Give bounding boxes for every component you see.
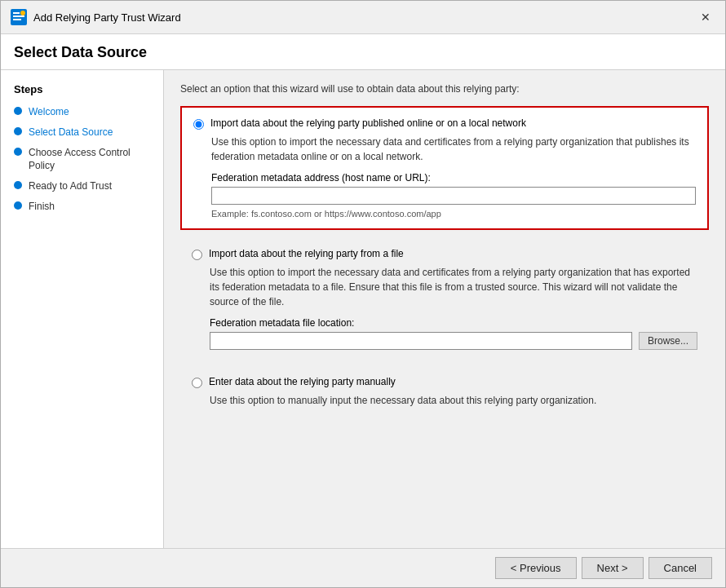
svg-point-3 xyxy=(20,11,25,15)
sidebar-label-choose-access-control: Choose Access Control Policy xyxy=(29,146,150,174)
dot-welcome xyxy=(14,107,22,115)
browse-button[interactable]: Browse... xyxy=(639,332,697,350)
option1-description: Use this option to import the necessary … xyxy=(211,135,696,164)
sidebar-label-finish: Finish xyxy=(29,200,55,214)
adfs-icon xyxy=(11,9,27,25)
svg-rect-1 xyxy=(13,15,24,17)
option3-radio[interactable] xyxy=(192,378,202,388)
option3-box: Enter data about the relying party manua… xyxy=(180,368,709,424)
close-button[interactable]: ✕ xyxy=(696,7,715,27)
previous-button[interactable]: < Previous xyxy=(495,557,577,579)
dialog: Add Relying Party Trust Wizard ✕ Select … xyxy=(0,0,726,588)
svg-rect-2 xyxy=(13,19,21,20)
option2-description: Use this option to import the necessary … xyxy=(210,265,697,309)
option2-label[interactable]: Import data about the relying party from… xyxy=(209,248,404,259)
sidebar-item-finish: Finish xyxy=(1,197,163,217)
option2-field-group: Federation metadata file location: Brows… xyxy=(210,317,697,350)
sidebar-heading: Steps xyxy=(1,83,163,102)
option2-box: Import data about the relying party from… xyxy=(180,240,709,358)
title-bar-left: Add Relying Party Trust Wizard xyxy=(11,9,181,25)
sidebar: Steps Welcome Select Data Source Choose … xyxy=(1,70,164,548)
page-title: Select Data Source xyxy=(14,44,712,61)
cancel-button[interactable]: Cancel xyxy=(649,557,712,579)
sidebar-label-select-data-source: Select Data Source xyxy=(29,126,113,139)
option3-radio-row: Enter data about the relying party manua… xyxy=(192,376,697,388)
sidebar-label-welcome: Welcome xyxy=(29,105,69,119)
svg-rect-4 xyxy=(13,12,20,14)
sidebar-item-ready-to-add: Ready to Add Trust xyxy=(1,176,163,197)
footer: < Previous Next > Cancel xyxy=(1,548,725,587)
dot-finish xyxy=(14,201,22,210)
title-bar: Add Relying Party Trust Wizard ✕ xyxy=(1,1,725,34)
next-button[interactable]: Next > xyxy=(582,557,644,579)
option2-field-label: Federation metadata file location: xyxy=(210,317,697,329)
option1-radio[interactable] xyxy=(193,119,204,130)
option1-field-label: Federation metadata address (host name o… xyxy=(211,172,696,183)
main-content: Select an option that this wizard will u… xyxy=(164,70,725,548)
option3-description: Use this option to manually input the ne… xyxy=(210,393,697,408)
option1-field-group: Federation metadata address (host name o… xyxy=(211,172,696,219)
option1-box: Import data about the relying party publ… xyxy=(180,106,709,230)
federation-file-input[interactable] xyxy=(210,332,632,350)
sidebar-item-welcome: Welcome xyxy=(1,102,163,122)
option1-label[interactable]: Import data about the relying party publ… xyxy=(210,117,526,129)
dot-select-data-source xyxy=(14,127,22,135)
option1-example: Example: fs.contoso.com or https://www.c… xyxy=(211,209,696,219)
dot-choose-access-control xyxy=(14,148,22,156)
dialog-title: Add Relying Party Trust Wizard xyxy=(33,11,181,24)
option3-label[interactable]: Enter data about the relying party manua… xyxy=(209,376,396,387)
sidebar-label-ready-to-add: Ready to Add Trust xyxy=(29,179,112,193)
page-header: Select Data Source xyxy=(1,34,725,70)
option1-radio-row: Import data about the relying party publ… xyxy=(193,117,696,130)
sidebar-item-select-data-source: Select Data Source xyxy=(1,122,163,143)
sidebar-item-choose-access-control: Choose Access Control Policy xyxy=(1,143,163,177)
federation-address-input[interactable] xyxy=(211,187,696,205)
option2-field-row: Browse... xyxy=(210,332,697,350)
option2-radio-row: Import data about the relying party from… xyxy=(192,248,697,260)
intro-text: Select an option that this wizard will u… xyxy=(180,83,709,95)
content-area: Steps Welcome Select Data Source Choose … xyxy=(1,70,725,548)
dot-ready-to-add xyxy=(14,181,22,189)
option2-radio[interactable] xyxy=(192,250,202,260)
